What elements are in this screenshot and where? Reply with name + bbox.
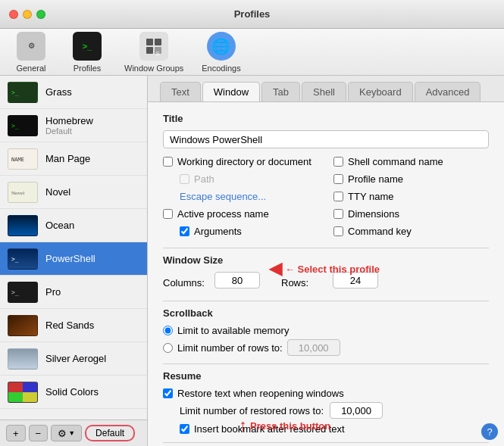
help-button[interactable]: ? [481,423,498,440]
insert-bookmark-checkbox[interactable] [180,424,189,434]
profile-thumb-manpage: NAME [8,148,38,170]
limit-restored-input[interactable] [330,402,383,419]
columns-label: Columns: [163,277,208,288]
svg-rect-0 [146,39,153,45]
limit-restored-row: Limit number of restored rows to: [180,402,489,419]
insert-bookmark-label: Insert bookmark after restored text [194,423,345,435]
detail-content: Title Working directory or document Path [148,102,504,446]
encodings-label: Encodings [202,64,240,73]
svg-rect-18 [8,316,37,335]
profile-thumb-redsands [8,315,38,336]
scrollback-header: Scrollback [163,307,489,319]
arguments-label: Arguments [194,226,242,237]
profile-thumb-solidcolors [8,382,38,403]
scrollback-rows-label: Limit number of rows to: [177,342,283,354]
path-label: Path [194,173,214,185]
working-dir-row: Working directory or document [163,156,318,167]
window-groups-label: Window Groups [124,64,183,73]
command-key-checkbox[interactable] [333,226,343,236]
shell-cmd-label: Shell command name [348,156,443,167]
working-dir-label: Working directory or document [177,156,311,167]
profile-item-powershell[interactable]: >_ PowerShell [0,242,147,276]
profile-item-redsands[interactable]: Red Sands [0,309,147,342]
path-checkbox[interactable] [180,174,189,184]
toolbar-item-general[interactable]: ⚙ General [12,32,50,73]
shell-cmd-checkbox[interactable] [333,157,343,167]
close-button[interactable] [9,10,18,19]
restore-checkbox[interactable] [163,388,173,398]
remove-profile-button[interactable]: − [29,425,49,441]
tab-advanced[interactable]: Advanced [415,82,481,101]
profile-item-solidcolors[interactable]: Solid Colors [0,376,147,409]
detail-panel: Text Window Tab Shell Keyboard Advanced … [148,76,504,446]
toolbar-item-profiles[interactable]: >_ Profiles [68,32,106,73]
svg-rect-19 [8,349,37,369]
profile-info-homebrew: Homebrew Default [45,115,93,136]
arguments-checkbox[interactable] [180,226,189,236]
resume-header: Resume [163,370,489,382]
general-icon: ⚙ [17,32,45,61]
scrollback-rows-radio[interactable] [163,343,173,353]
svg-rect-1 [155,39,161,45]
scrollback-rows-row: Limit number of rows to: [163,339,489,356]
working-dir-checkbox[interactable] [163,157,173,167]
tty-name-checkbox[interactable] [333,192,343,201]
escape-sequence-link[interactable]: Escape sequence... [180,191,318,202]
title-options: Working directory or document Path Escap… [163,156,489,240]
scrollback-memory-radio[interactable] [163,326,173,335]
svg-text:S: S [156,49,160,55]
profile-item-manpage[interactable]: NAME Man Page [0,142,147,176]
tab-window[interactable]: Window [202,82,260,101]
svg-rect-13 [8,216,37,235]
profile-thumb-homebrew: >_ [8,115,38,136]
profiles-label: Profiles [74,64,102,73]
divider-3 [163,363,489,364]
tab-shell[interactable]: Shell [302,82,346,101]
active-process-checkbox[interactable] [163,209,173,219]
default-button[interactable]: Default [85,425,135,441]
svg-text:>_: >_ [11,89,19,96]
title-options-right: Shell command name Profile name TTY name [333,156,489,240]
profile-thumb-powershell: >_ [8,248,38,270]
main-content: >_ Grass >_ Homebrew Default NAME Man Pa… [0,76,504,446]
tab-keyboard[interactable]: Keyboard [348,82,413,101]
profile-item-ocean[interactable]: Ocean [0,209,147,242]
divider-1 [163,248,489,248]
tab-text[interactable]: Text [160,82,201,101]
profile-item-silveraerogel[interactable]: Silver Aerogel [0,342,147,376]
restore-row: Restore text when reopening windows [163,388,489,399]
active-process-label: Active process name [177,208,269,220]
window-size-header: Window Size [163,254,489,266]
add-profile-button[interactable]: + [6,425,26,441]
scrollback-memory-row: Limit to available memory [163,325,489,336]
profile-thumb-ocean [8,215,38,236]
profile-thumb-novel: Novel [8,182,38,203]
title-section-header: Title [163,113,489,124]
toolbar-item-window-groups[interactable]: S Window Groups [124,32,183,73]
profile-name-checkbox[interactable] [333,174,343,184]
profile-item-pro[interactable]: >_ Pro [0,276,147,309]
detail-wrapper: Text Window Tab Shell Keyboard Advanced … [148,76,504,446]
svg-text:Novel: Novel [11,190,24,196]
limit-restored-label: Limit number of restored rows to: [180,405,324,416]
profile-item-homebrew[interactable]: >_ Homebrew Default [0,109,147,142]
toolbar-item-encodings[interactable]: 🌐 Encodings [202,32,240,73]
arguments-row: Arguments [180,226,318,237]
svg-text:NAME: NAME [11,157,24,163]
minimize-button[interactable] [23,10,32,19]
profile-item-novel[interactable]: Novel Novel [0,176,147,209]
dimensions-checkbox[interactable] [333,209,343,219]
dimensions-label: Dimensions [348,208,399,220]
profile-item-grass[interactable]: >_ Grass [0,76,147,109]
sidebar-bottom-bar: + − ⚙ ▼ Default [0,419,147,446]
divider-4 [163,442,489,443]
scrollback-rows-input[interactable] [287,339,340,356]
title-input[interactable] [163,130,489,148]
columns-input[interactable] [214,272,260,288]
gear-menu-button[interactable]: ⚙ ▼ [51,425,82,441]
rows-input[interactable] [333,272,378,288]
profile-name-row: Profile name [333,173,489,185]
maximize-button[interactable] [36,10,45,19]
window-controls [9,10,45,19]
tab-tab[interactable]: Tab [261,82,300,101]
